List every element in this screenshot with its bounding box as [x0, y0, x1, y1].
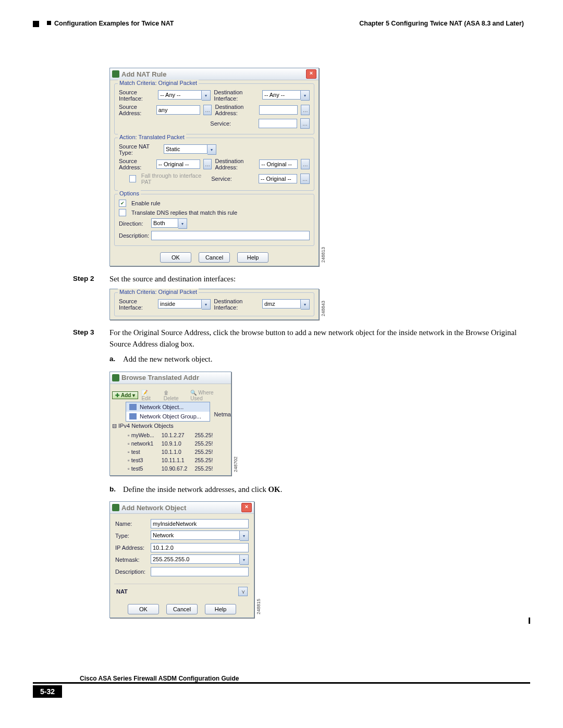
service-input[interactable] [259, 174, 297, 183]
table-row[interactable]: ▫ test10.1.1.0255.25! [113, 448, 216, 455]
image-id: 248815 [256, 599, 261, 614]
expand-icon[interactable]: ⋎ [238, 587, 248, 596]
cancel-button[interactable]: Cancel [166, 604, 198, 614]
cancel-button[interactable]: Cancel [199, 252, 230, 263]
chevron-down-icon[interactable]: ▾ [207, 144, 216, 155]
chevron-down-icon[interactable]: ▾ [240, 530, 249, 541]
step-label: Step 2 [73, 274, 109, 285]
dest-interface-select[interactable] [262, 299, 301, 309]
chevron-down-icon[interactable]: ▾ [240, 554, 249, 565]
dialog-title: Browse Translated Addr [121, 374, 199, 381]
dest-interface-label: Destination Interface: [214, 298, 259, 311]
substep-label: a. [109, 354, 123, 365]
footer-rule [33, 682, 530, 684]
chevron-down-icon[interactable]: ▾ [178, 218, 187, 229]
pat-checkbox[interactable] [129, 175, 136, 182]
chevron-down-icon[interactable]: ▾ [202, 90, 211, 101]
netmask-header: Netma [212, 402, 231, 417]
app-icon [112, 70, 119, 78]
where-used-button: 🔍 Where Used [188, 389, 229, 402]
description-label: Description: [115, 569, 148, 575]
source-address-label: Source Address: [119, 104, 153, 116]
help-button[interactable]: Help [237, 252, 268, 263]
chevron-down-icon[interactable]: ▾ [301, 299, 310, 310]
guide-title: Cisco ASA Series Firewall ASDM Configura… [80, 675, 530, 682]
fieldset-legend: Options [118, 190, 141, 196]
image-id: 248843 [321, 301, 326, 316]
dialog-titlebar[interactable]: Browse Translated Addr [110, 372, 231, 384]
nat-section-label: NAT [116, 588, 128, 595]
source-address-input[interactable] [156, 159, 200, 169]
app-icon [112, 504, 119, 511]
direction-select[interactable] [151, 218, 178, 228]
browse-icon[interactable]: … [300, 174, 310, 184]
app-icon [112, 374, 119, 381]
description-label: Description: [119, 232, 148, 239]
browse-icon[interactable]: … [300, 118, 310, 129]
dialog-titlebar[interactable]: Add NAT Rule × [110, 68, 319, 80]
source-interface-label: Source Interface: [119, 298, 155, 311]
netmask-select[interactable] [151, 554, 240, 564]
table-row[interactable]: ▫ network110.9.1.0255.25! [113, 440, 216, 447]
step-text: For the Original Source Address, click t… [109, 327, 521, 350]
delete-button: 🗑 Delete [161, 389, 188, 402]
type-label: Type: [115, 533, 148, 539]
browse-icon[interactable]: … [301, 159, 310, 169]
network-objects-table: ▫ myWeb...10.1.2.27255.25!▫ network110.9… [112, 430, 217, 473]
crop-mark [33, 21, 39, 27]
close-icon[interactable]: × [306, 69, 316, 79]
close-icon[interactable]: × [241, 503, 252, 512]
table-row[interactable]: ▫ test310.11.1.1255.25! [113, 456, 216, 464]
menu-network-object-group[interactable]: Network Object Group... [126, 412, 210, 421]
dest-address-label: Destination Address: [215, 104, 256, 116]
step-label: Step 3 [73, 327, 109, 350]
section-running-head: Configuration Examples for Twice NAT [47, 20, 174, 27]
dns-label: Translate DNS replies that match this ru… [131, 209, 237, 216]
dns-checkbox[interactable] [119, 209, 126, 216]
table-row[interactable]: ▫ test510.90.67.2255.25! [113, 465, 216, 472]
page-number: 5-32 [33, 685, 62, 698]
nat-type-label: Source NAT Type: [119, 143, 161, 156]
menu-network-object[interactable]: Network Object... [126, 402, 210, 412]
fieldset-legend: Match Criteria: Original Packet [118, 289, 199, 295]
browse-icon[interactable]: … [203, 159, 212, 169]
browse-icon[interactable]: … [203, 105, 212, 115]
name-input[interactable] [151, 519, 249, 528]
description-input[interactable] [151, 231, 310, 240]
source-address-label: Source Address: [119, 158, 153, 170]
type-select[interactable] [151, 530, 240, 540]
table-row[interactable]: ▫ myWeb...10.1.2.27255.25! [113, 431, 216, 439]
help-button[interactable]: Help [205, 604, 236, 614]
dest-address-label: Destination Address: [215, 158, 256, 170]
image-id: 248813 [321, 247, 326, 263]
ip-input[interactable] [151, 543, 249, 552]
source-interface-select[interactable] [158, 90, 202, 100]
dialog-title: Add NAT Rule [121, 70, 166, 78]
browse-icon[interactable]: … [301, 105, 310, 115]
chevron-down-icon[interactable]: ▾ [301, 90, 310, 101]
source-interface-select[interactable] [158, 299, 202, 309]
edit-button: 📝 Edit [139, 389, 160, 402]
chapter-running-head: Chapter 5 Configuring Twice NAT (ASA 8.3… [359, 20, 524, 27]
add-button[interactable]: ✚Add▾ [112, 391, 138, 399]
nat-type-select[interactable] [164, 144, 207, 154]
description-input[interactable] [151, 567, 249, 576]
dest-interface-select[interactable] [262, 90, 301, 100]
dialog-title: Add Network Object [121, 504, 186, 512]
ip-label: IP Address: [115, 545, 148, 551]
plus-icon: ✚ [115, 392, 119, 398]
group-icon [129, 413, 137, 419]
step-text: Set the source and destination interface… [109, 274, 521, 285]
enable-checkbox[interactable]: ✔ [119, 200, 126, 207]
chevron-down-icon[interactable]: ▾ [202, 299, 211, 310]
dest-address-input[interactable] [259, 105, 298, 115]
category-label[interactable]: ⊟ IPv4 Network Objects [110, 422, 231, 430]
service-input[interactable] [259, 119, 297, 128]
ok-button[interactable]: OK [128, 604, 159, 614]
crop-mark [529, 618, 530, 624]
source-address-input[interactable] [156, 105, 200, 115]
dest-address-input[interactable] [259, 159, 298, 169]
ok-button[interactable]: OK [160, 252, 191, 263]
chevron-down-icon[interactable]: ▾ [132, 392, 135, 398]
dialog-titlebar[interactable]: Add Network Object× [110, 502, 254, 514]
